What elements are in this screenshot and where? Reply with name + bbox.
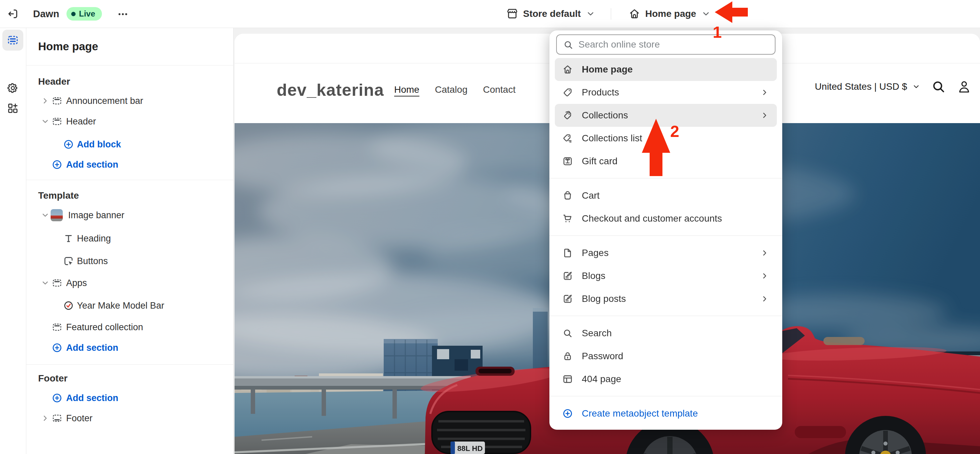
live-status-badge: Live	[67, 7, 102, 21]
section-block-icon	[51, 322, 63, 333]
home-icon	[628, 8, 641, 20]
store-default-selector[interactable]: Store default	[506, 0, 596, 28]
storefront-icon	[506, 8, 519, 20]
template-group-heading: Template	[38, 189, 79, 202]
chevron-right-icon	[760, 271, 769, 281]
plus-circle-icon	[51, 159, 63, 170]
panel-title: Home page	[38, 40, 98, 53]
exit-editor-button[interactable]	[5, 6, 20, 21]
live-dot-icon	[71, 12, 76, 16]
section-block-icon	[51, 278, 63, 288]
nav-link-contact[interactable]: Contact	[483, 84, 515, 97]
annotation-arrow-2	[642, 119, 670, 176]
more-actions-button[interactable]	[113, 8, 132, 20]
panel-divider	[26, 364, 233, 365]
header-group-heading: Header	[38, 75, 70, 88]
section-row-header[interactable]: Header	[26, 111, 231, 132]
dropdown-search	[556, 34, 775, 55]
chevron-right-icon[interactable]	[40, 414, 51, 423]
gear-icon	[7, 82, 19, 94]
menu-item-blog-posts[interactable]: Blog posts	[555, 287, 777, 310]
blog-post-icon	[562, 294, 573, 304]
store-search-icon[interactable]	[931, 79, 946, 94]
page-selector[interactable]: Home page	[628, 0, 711, 28]
footer-block-icon	[51, 413, 63, 424]
menu-divider	[549, 316, 782, 316]
nav-link-catalog[interactable]: Catalog	[435, 84, 468, 97]
block-row-heading[interactable]: Heading	[26, 229, 231, 249]
online-store-search-input[interactable]	[556, 34, 775, 55]
editor-icon-rail	[0, 28, 26, 454]
theme-settings-tab[interactable]	[2, 78, 23, 98]
account-icon[interactable]	[956, 79, 972, 94]
section-block-icon	[51, 95, 63, 106]
section-row-apps[interactable]: Apps	[26, 273, 231, 293]
search-icon	[563, 40, 574, 50]
chevron-right-icon	[760, 88, 769, 97]
chevron-down-icon[interactable]	[40, 278, 51, 288]
chevron-right-icon[interactable]	[40, 96, 51, 106]
section-row-footer[interactable]: Footer	[26, 408, 231, 429]
menu-item-checkout[interactable]: Checkout and customer accounts	[555, 207, 777, 230]
app-embeds-icon	[7, 102, 19, 114]
menu-item-password[interactable]: Password	[555, 345, 777, 368]
store-nav: Home Catalog Contact	[394, 84, 515, 97]
menu-item-blogs[interactable]: Blogs	[555, 264, 777, 287]
exit-icon	[7, 8, 19, 20]
kebab-menu-icon	[117, 8, 129, 20]
section-row-announcement-bar[interactable]: Announcement bar	[26, 91, 231, 111]
chevron-down-icon[interactable]	[40, 211, 51, 220]
menu-item-404-page[interactable]: 404 page	[555, 368, 777, 391]
app-embeds-tab[interactable]	[2, 98, 23, 119]
cursor-icon	[63, 256, 74, 267]
page-selector-dropdown: Home page Products Collections Collectio…	[549, 30, 782, 430]
plus-circle-icon	[562, 408, 573, 419]
annotation-arrow-1	[715, 1, 748, 25]
add-section-button-header[interactable]: Add section	[26, 154, 231, 175]
locale-currency-selector[interactable]: United States | USD $	[815, 81, 921, 92]
blog-icon	[562, 270, 573, 281]
menu-divider	[549, 235, 782, 236]
menu-item-products[interactable]: Products	[555, 81, 777, 104]
section-row-image-banner[interactable]: Image banner	[26, 205, 231, 225]
create-metaobject-template-button[interactable]: Create metaobject template	[555, 402, 777, 425]
menu-item-cart[interactable]: Cart	[555, 184, 777, 207]
store-logo[interactable]: dev_katerina	[277, 80, 384, 100]
tags-icon	[562, 110, 573, 121]
plus-circle-icon	[51, 393, 63, 403]
text-icon	[63, 233, 74, 244]
panel-divider	[26, 65, 233, 65]
menu-divider	[549, 396, 782, 396]
plus-circle-icon	[51, 342, 63, 353]
gift-card-icon	[562, 156, 573, 167]
block-row-buttons[interactable]: Buttons	[26, 251, 231, 271]
theme-name: Dawn	[33, 0, 59, 28]
shopify-theme-editor: { "topbar": { "theme_name": "Dawn", "sta…	[0, 0, 980, 454]
image-banner-thumbnail	[51, 209, 63, 221]
add-section-button-footer[interactable]: Add section	[26, 388, 231, 408]
block-row-year-make-model-bar[interactable]: Year Make Model Bar	[26, 295, 231, 316]
add-block-button[interactable]: Add block	[26, 134, 231, 154]
bag-icon	[562, 190, 573, 201]
section-block-icon	[51, 116, 63, 127]
chevron-down-icon	[912, 82, 921, 91]
chevron-down-icon[interactable]	[40, 117, 51, 126]
menu-divider	[549, 178, 782, 178]
menu-item-search[interactable]: Search	[555, 322, 777, 345]
sections-tab[interactable]	[2, 30, 23, 51]
footer-group-heading: Footer	[38, 372, 67, 385]
tag-list-icon	[562, 133, 573, 144]
chevron-right-icon	[760, 248, 769, 258]
home-icon	[562, 64, 573, 75]
plus-circle-icon	[63, 139, 74, 150]
sections-icon	[7, 34, 19, 46]
menu-item-pages[interactable]: Pages	[555, 241, 777, 264]
cart-icon	[562, 213, 573, 224]
store-header-actions: United States | USD $	[815, 79, 972, 94]
nav-link-home[interactable]: Home	[394, 84, 420, 97]
chevron-down-icon	[585, 9, 596, 19]
chevron-right-icon	[760, 294, 769, 303]
section-row-featured-collection[interactable]: Featured collection	[26, 317, 231, 337]
add-section-button-template[interactable]: Add section	[26, 338, 231, 358]
menu-item-home-page[interactable]: Home page	[555, 58, 777, 81]
